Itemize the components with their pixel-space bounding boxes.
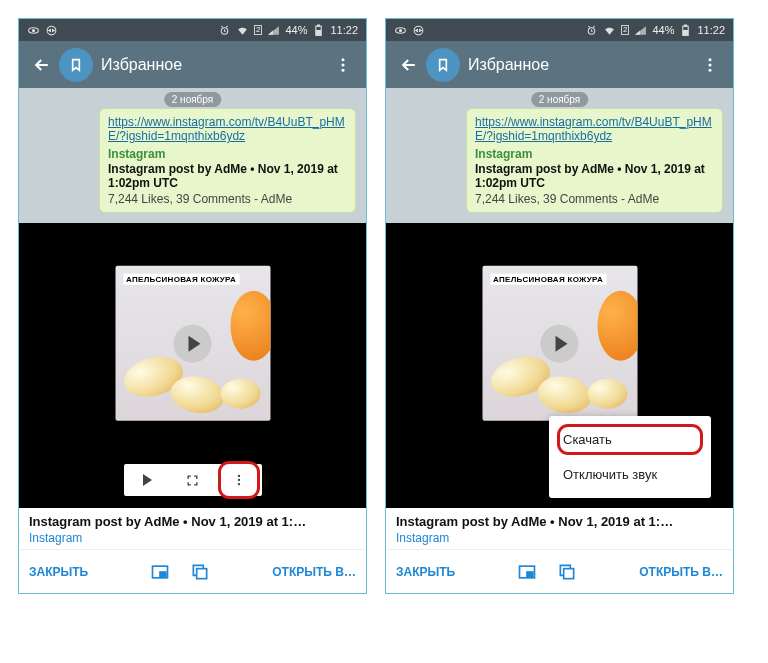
svg-rect-14 (160, 572, 166, 576)
caption-title: Instagram post by AdMe • Nov 1, 2019 at … (29, 514, 356, 529)
message-bubble[interactable]: https://www.instagram.com/tv/B4UuBT_pHME… (466, 108, 723, 213)
sim-indicator: 2 (621, 25, 629, 35)
caption-source[interactable]: Instagram (396, 531, 723, 545)
message-bubble[interactable]: https://www.instagram.com/tv/B4UuBT_pHME… (99, 108, 356, 213)
pip-button[interactable] (516, 561, 538, 583)
chat-area: 2 ноября https://www.instagram.com/tv/B4… (386, 88, 733, 223)
svg-rect-21 (685, 25, 687, 26)
link-meta: 7,244 Likes, 39 Comments - AdMe (475, 192, 714, 206)
link-site: Instagram (108, 147, 347, 161)
status-bar: 2 44% 11:22 (19, 19, 366, 41)
open-in-button[interactable]: ОТКРЫТЬ В… (272, 565, 356, 579)
video-context-menu: Скачать Отключить звук (549, 416, 711, 498)
wifi-icon (603, 24, 616, 37)
video-controls (124, 464, 262, 496)
svg-point-23 (709, 58, 712, 61)
svg-point-25 (709, 68, 712, 71)
menu-download-label: Скачать (563, 432, 612, 447)
back-button[interactable] (27, 50, 57, 80)
back-button[interactable] (394, 50, 424, 80)
video-preview: АПЕЛЬСИНОВАЯ КОЖУРА Скачать Отключить зв… (386, 223, 733, 508)
svg-rect-5 (318, 25, 320, 26)
svg-point-10 (237, 475, 239, 477)
bottom-bar: ЗАКРЫТЬ ОТКРЫТЬ В… (386, 549, 733, 593)
play-overlay-icon[interactable] (541, 325, 579, 363)
link-site: Instagram (475, 147, 714, 161)
svg-point-1 (32, 29, 34, 31)
menu-mute[interactable]: Отключить звук (549, 457, 711, 492)
status-time: 11:22 (330, 24, 358, 36)
fullscreen-button[interactable] (179, 466, 207, 494)
date-pill: 2 ноября (164, 92, 221, 107)
link-title: Instagram post by AdMe • Nov 1, 2019 at … (108, 162, 347, 190)
battery-text: 44% (652, 24, 674, 36)
svg-point-24 (709, 63, 712, 66)
svg-rect-22 (684, 30, 688, 34)
bookmark-icon (426, 48, 460, 82)
caption-area: Instagram post by AdMe • Nov 1, 2019 at … (386, 508, 733, 549)
link-meta: 7,244 Likes, 39 Comments - AdMe (108, 192, 347, 206)
wifi-icon (236, 24, 249, 37)
chat-area: 2 ноября https://www.instagram.com/tv/B4… (19, 88, 366, 223)
caption-area: Instagram post by AdMe • Nov 1, 2019 at … (19, 508, 366, 549)
svg-point-7 (342, 58, 345, 61)
video-thumbnail[interactable]: АПЕЛЬСИНОВАЯ КОЖУРА (482, 266, 637, 421)
teamviewer-icon (412, 24, 425, 37)
message-link[interactable]: https://www.instagram.com/tv/B4UuBT_pHME… (475, 115, 712, 143)
page-title: Избранное (468, 56, 695, 74)
bottom-bar: ЗАКРЫТЬ ОТКРЫТЬ В… (19, 549, 366, 593)
play-button[interactable] (133, 466, 161, 494)
svg-point-8 (342, 63, 345, 66)
screenshot-right: 2 44% 11:22 Избранное 2 ноября https://w… (385, 18, 734, 594)
video-thumbnail[interactable]: АПЕЛЬСИНОВАЯ КОЖУРА (115, 266, 270, 421)
svg-point-12 (237, 483, 239, 485)
svg-rect-28 (564, 568, 574, 578)
screenshot-left: 2 44% 11:22 Избранное 2 ноября https://w… (18, 18, 367, 594)
open-in-button[interactable]: ОТКРЫТЬ В… (639, 565, 723, 579)
alarm-icon (218, 24, 231, 37)
app-header: Избранное (19, 41, 366, 88)
battery-icon (312, 24, 325, 37)
svg-point-9 (342, 68, 345, 71)
signal-icon (634, 24, 647, 37)
sim-indicator: 2 (254, 25, 262, 35)
battery-icon (679, 24, 692, 37)
close-button[interactable]: ЗАКРЫТЬ (396, 565, 455, 579)
caption-title: Instagram post by AdMe • Nov 1, 2019 at … (396, 514, 723, 529)
video-menu-button[interactable] (225, 466, 253, 494)
thumbnail-text: АПЕЛЬСИНОВАЯ КОЖУРА (123, 274, 239, 285)
copy-button[interactable] (189, 561, 211, 583)
header-menu-button[interactable] (328, 50, 358, 80)
play-overlay-icon[interactable] (174, 325, 212, 363)
eye-icon (27, 24, 40, 37)
svg-point-17 (399, 29, 401, 31)
status-bar: 2 44% 11:22 (386, 19, 733, 41)
eye-icon (394, 24, 407, 37)
page-title: Избранное (101, 56, 328, 74)
battery-text: 44% (285, 24, 307, 36)
bookmark-icon (59, 48, 93, 82)
header-menu-button[interactable] (695, 50, 725, 80)
status-time: 11:22 (697, 24, 725, 36)
caption-source[interactable]: Instagram (29, 531, 356, 545)
video-preview: АПЕЛЬСИНОВАЯ КОЖУРА (19, 223, 366, 508)
alarm-icon (585, 24, 598, 37)
pip-button[interactable] (149, 561, 171, 583)
menu-download[interactable]: Скачать (549, 422, 711, 457)
date-pill: 2 ноября (531, 92, 588, 107)
svg-rect-27 (527, 572, 533, 576)
thumbnail-text: АПЕЛЬСИНОВАЯ КОЖУРА (490, 274, 606, 285)
svg-rect-15 (197, 568, 207, 578)
svg-point-11 (237, 479, 239, 481)
message-link[interactable]: https://www.instagram.com/tv/B4UuBT_pHME… (108, 115, 345, 143)
teamviewer-icon (45, 24, 58, 37)
signal-icon (267, 24, 280, 37)
svg-rect-6 (317, 30, 321, 34)
close-button[interactable]: ЗАКРЫТЬ (29, 565, 88, 579)
app-header: Избранное (386, 41, 733, 88)
link-title: Instagram post by AdMe • Nov 1, 2019 at … (475, 162, 714, 190)
copy-button[interactable] (556, 561, 578, 583)
